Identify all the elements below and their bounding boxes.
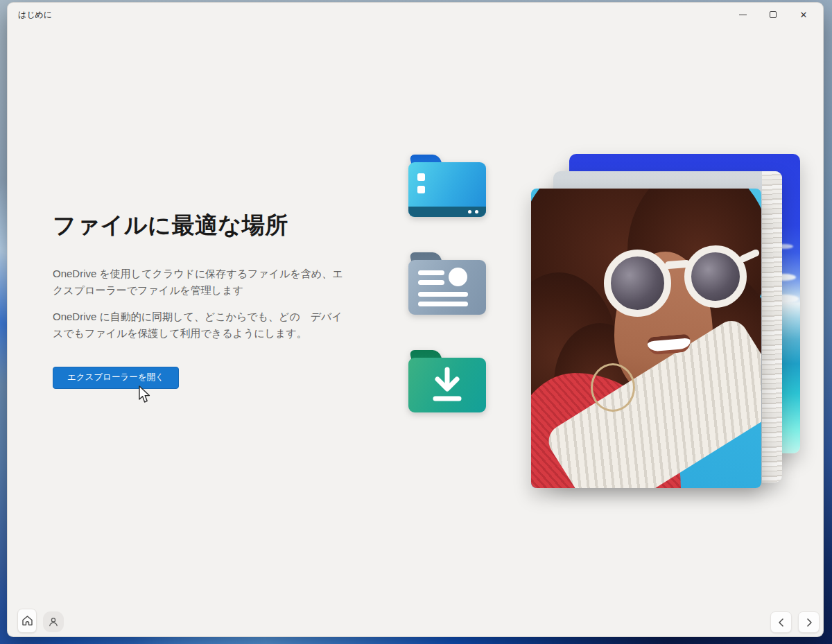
window-title: はじめに — [18, 9, 52, 21]
page-title: ファイルに最適な場所 — [53, 210, 347, 241]
home-icon — [21, 615, 33, 627]
folder-body — [408, 358, 486, 412]
open-explorer-button[interactable]: エクスプローラーを開く — [53, 367, 179, 389]
birch-texture — [762, 171, 782, 482]
chevron-right-icon — [805, 618, 813, 627]
forward-button[interactable] — [798, 611, 820, 633]
portrait-photo — [531, 189, 761, 488]
body-paragraph: OneDrive に自動的に同期して、どこからでも、どの デバイスでもファイルを… — [53, 308, 347, 341]
sunglasses-left-lens — [604, 250, 671, 317]
hoop-earring — [591, 363, 635, 412]
body-paragraph: OneDrive を使用してクラウドに保存するファイルを含め、エクスプローラーで… — [53, 266, 347, 298]
titlebar[interactable]: はじめに ✕ — [8, 3, 823, 28]
account-button[interactable] — [43, 611, 64, 632]
back-button[interactable] — [770, 611, 792, 633]
sunglasses-right-lens — [684, 245, 747, 308]
home-button[interactable] — [17, 609, 37, 633]
close-button[interactable]: ✕ — [788, 3, 819, 26]
explorer-folder-icon — [408, 155, 486, 217]
person-icon — [48, 616, 59, 627]
close-icon: ✕ — [800, 10, 808, 19]
downloads-folder-icon — [408, 350, 486, 412]
window-controls: ✕ — [727, 3, 819, 26]
maximize-button[interactable] — [758, 3, 788, 26]
get-started-window: はじめに ✕ ファイルに最適な場所 OneDrive を使用してクラウドに保存す… — [7, 2, 824, 637]
maximize-icon — [770, 11, 777, 18]
chevron-left-icon — [777, 618, 786, 627]
documents-folder-icon — [408, 252, 486, 315]
content-left-column: ファイルに最適な場所 OneDrive を使用してクラウドに保存するファイルを含… — [53, 210, 347, 389]
folder-body — [408, 162, 486, 217]
folder-body — [408, 260, 486, 315]
folder-icon-column — [408, 155, 486, 412]
photo-stack — [531, 154, 803, 489]
download-arrow-icon — [426, 364, 468, 407]
minimize-icon — [739, 15, 747, 15]
minimize-button[interactable] — [727, 3, 758, 26]
